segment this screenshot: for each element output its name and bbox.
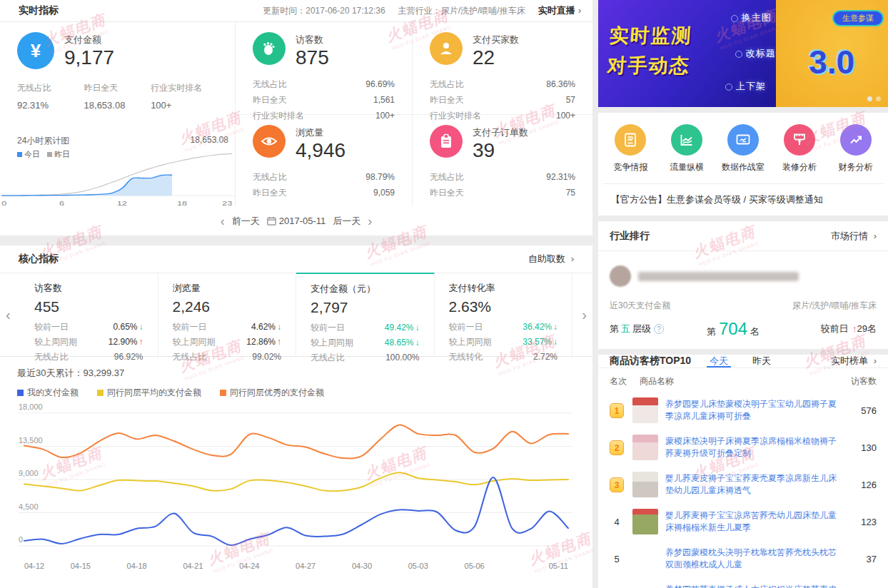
tabs-scroll-right-icon[interactable]: › [582, 307, 587, 323]
update-time: 更新时间：2017-06-20 17:12:36 [263, 5, 385, 17]
legend-peer-average[interactable]: 同行同层平均的支付金额 [97, 387, 201, 399]
prev-day-arrow-icon[interactable]: ‹ [221, 215, 225, 228]
eye-icon [253, 125, 286, 158]
svg-text:05-11: 05-11 [549, 562, 568, 570]
svg-text:4,500: 4,500 [19, 502, 39, 511]
right-panel: 实时监测对手动态 换主图 改标题 上下架 生意参谋 3.0 竞争情报 [598, 0, 888, 588]
tab-conversion-rate[interactable]: 支付转化率 2.63% 较前一日36.42%↓ 较上周同期33.57%↓ 无线转… [435, 273, 573, 356]
brush-icon [784, 124, 815, 156]
feature-decoration-analysis[interactable]: 装修分析 [771, 124, 827, 173]
tab-yesterday[interactable]: 昨天 [752, 355, 771, 368]
pay-amount-value: 9,177 [64, 46, 114, 69]
tier-text: 第五层级 [610, 323, 651, 335]
product-name-link[interactable]: 养梦园婴儿床垫蒙稷决明子宝宝幼儿园褥子夏季凉席儿童床褥可折叠 [665, 398, 844, 422]
date-picker[interactable]: 2017-05-11 [267, 216, 326, 226]
next-day-arrow-icon[interactable]: › [368, 215, 372, 228]
product-name-link[interactable]: 婴儿荞麦褥子宝宝凉席苦荞壳幼儿园床垫儿童床褥榻榻米新生儿夏季 [665, 510, 844, 534]
product-row[interactable]: 3 婴儿荞麦皮褥子宝宝荞麦壳夏季凉席新生儿床垫幼儿园儿童床褥透气 126 [598, 466, 888, 503]
svg-text:18,000: 18,000 [19, 403, 43, 411]
svg-text:05-06: 05-06 [465, 562, 485, 570]
pay-amount-label: 支付金额 [64, 32, 114, 46]
core-tabstrip: ‹ 访客数 455 较前一日0.65%↓ 较上周同期12.90%↑ 无线占比96… [0, 273, 592, 357]
product-name-link[interactable]: 蒙稷床垫决明子床褥夏季凉席榻榻米植物褥子荞麦褥升级可折叠定制 [665, 435, 844, 460]
blue-legend-swatch [17, 390, 24, 396]
svg-text:18: 18 [177, 199, 187, 206]
rank-badge: 2 [610, 440, 624, 455]
product-thumbnail [632, 546, 658, 572]
visitors-card: 访客数 875 无线占比96.69% 昨日全天1,561 行业实时排名100+ [236, 22, 412, 114]
core-block: 核心指标 自助取数 › ‹ 访客数 455 较前一日0.65%↓ 较上周同期12… [0, 245, 592, 588]
product-name-link[interactable]: 婴儿荞麦皮褥子宝宝荞麦壳夏季凉席新生儿床垫幼儿园儿童床褥透气 [665, 472, 844, 497]
legend-peer-excellent[interactable]: 同行同层优秀的支付金额 [220, 387, 324, 399]
banner-tag3: 上下架 [725, 80, 766, 93]
banner-right: 生意参谋 3.0 [776, 0, 888, 107]
product-row[interactable]: 6 养梦园苦荞壳褥子成人大床榻榻米床垫荞麦皮凉席适合学生夏天床褥 22 [598, 577, 888, 588]
promo-banner[interactable]: 实时监测对手动态 换主图 改标题 上下架 生意参谋 3.0 [598, 0, 888, 107]
tab-today[interactable]: 今天 [710, 355, 728, 368]
feature-finance-analysis[interactable]: 财务分析 [827, 124, 884, 173]
tab-pageviews[interactable]: 浏览量 2,246 较前一日4.62%↓ 较上周同期12.86%↑ 无线占比99… [158, 273, 297, 356]
product-name-link[interactable]: 养梦园蒙稷枕头决明子枕靠枕苦荞壳枕头枕芯双面颈椎枕成人儿童 [665, 547, 844, 571]
banner-left: 实时监测对手动态 换主图 改标题 上下架 [598, 0, 776, 107]
product-thumbnail [632, 435, 658, 460]
realtime-title: 实时指标 [19, 4, 59, 17]
buyers-card: 支付买家数 22 无线占比86.36% 昨日全天57 行业实时排名100+ [413, 22, 592, 114]
features-card: 竞争情报 流量纵横 数据作战室 装修分析 财务分析 [598, 113, 888, 216]
self-service-data-link[interactable]: 自助取数 › [528, 253, 574, 265]
trend-chart-svg: 04,5009,00013,50018,00004-1204-1504-1804… [17, 403, 575, 580]
chevron-right-icon: › [874, 355, 877, 366]
product-row[interactable]: 4 婴儿荞麦褥子宝宝凉席苦荞壳幼儿园床垫儿童床褥榻榻米新生儿夏季 123 [598, 503, 888, 540]
metrics-col-2: 访客数 875 无线占比96.69% 昨日全天1,561 行业实时排名100+ [236, 22, 413, 206]
rank-trend: 较前日 ↑29名 [820, 323, 877, 335]
footprint-icon [253, 32, 286, 65]
banner-tag1: 换主图 [731, 11, 772, 24]
banner-line1: 实时监测 [608, 21, 693, 51]
pay-amount-card: ¥ 支付金额 9,177 无线占比92.31% 昨日全天18,653.08 行业… [0, 22, 236, 206]
tab-visitors[interactable]: 访客数 455 较前一日0.65%↓ 较上周同期12.90%↑ 无线占比96.9… [20, 273, 158, 356]
buyers-value: 22 [473, 46, 519, 69]
yellow-legend-swatch [97, 390, 104, 396]
realtime-ranking-link[interactable]: 实时榜单 › [831, 355, 877, 368]
product-name-link[interactable]: 养梦园苦荞壳褥子成人大床榻榻米床垫荞麦皮凉席适合学生夏天床褥 [665, 584, 844, 588]
rank-badge: 1 [610, 403, 624, 418]
product-row[interactable]: 5 养梦园蒙稷枕头决明子枕靠枕苦荞壳枕头枕芯双面颈椎枕成人儿童 37 [598, 540, 888, 577]
svg-text:05-03: 05-03 [408, 562, 428, 570]
tab-pay-amount[interactable]: 支付金额（元） 2,797 较前一日49.42%↓ 较上周同期48.65%↓ 无… [296, 273, 435, 356]
svg-text:9,000: 9,000 [19, 469, 39, 477]
30day-pay-label: 近30天支付金额 [610, 300, 670, 312]
svg-text:0: 0 [1, 199, 6, 206]
chevron-right-icon: › [571, 253, 574, 264]
product-visitors: 130 [844, 442, 877, 453]
product-visitors: 126 [844, 480, 877, 490]
carousel-dot-2[interactable] [876, 96, 881, 101]
chart-legend: 我的支付金额 同行同层平均的支付金额 同行同层优秀的支付金额 [17, 387, 575, 399]
trend-chart-section: 最近30天累计：93,299.37 我的支付金额 同行同层平均的支付金额 同行同… [0, 357, 592, 588]
product-row[interactable]: 2 蒙稷床垫决明子床褥夏季凉席榻榻米植物褥子荞麦褥升级可折叠定制 130 [598, 429, 888, 466]
next-day-button[interactable]: 后一天 [333, 215, 360, 228]
metrics-col-3: 支付买家数 22 无线占比86.36% 昨日全天57 行业实时排名100+ [413, 22, 592, 206]
feature-traffic-analysis[interactable]: 流量纵横 [659, 124, 715, 173]
help-question-icon[interactable]: ? [654, 324, 664, 334]
official-announcement-link[interactable]: 【官方公告】生意参谋会员等级 / 买家等级调整通知 [602, 183, 884, 216]
feature-competition-intel[interactable]: 竞争情报 [602, 124, 659, 173]
industry-rank-title: 行业排行 [610, 230, 650, 243]
market-quotes-link[interactable]: 市场行情 › [831, 230, 877, 243]
legend-my-pay-amount[interactable]: 我的支付金额 [17, 387, 79, 399]
live-broadcast-link[interactable]: 实时直播› [538, 4, 581, 17]
svg-text:04-30: 04-30 [352, 562, 372, 570]
carousel-dot-1[interactable] [867, 96, 872, 101]
clipboard-icon [430, 125, 463, 158]
category-label: 尿片/洗护/喂哺/推车床 [792, 300, 877, 312]
down-arrow-icon: ↓ [277, 322, 281, 332]
suborders-card: 支付子订单数 39 无线占比92.31% 昨日全天75 [413, 114, 592, 206]
chevron-right-icon: › [578, 5, 581, 16]
svg-text:04-24: 04-24 [239, 562, 259, 570]
left-panel: 实时指标 更新时间：2017-06-20 17:12:36 主营行业：尿片/洗护… [0, 0, 592, 588]
feature-data-war-room[interactable]: 数据作战室 [715, 124, 772, 173]
svg-text:04-15: 04-15 [71, 562, 91, 570]
prev-day-button[interactable]: 前一天 [232, 215, 260, 228]
svg-text:0: 0 [19, 535, 23, 544]
product-row[interactable]: 1 养梦园婴儿床垫蒙稷决明子宝宝幼儿园褥子夏季凉席儿童床褥可折叠 576 [598, 392, 888, 429]
chevron-right-icon: › [874, 230, 877, 241]
tabs-scroll-left-icon[interactable]: ‹ [6, 307, 11, 323]
